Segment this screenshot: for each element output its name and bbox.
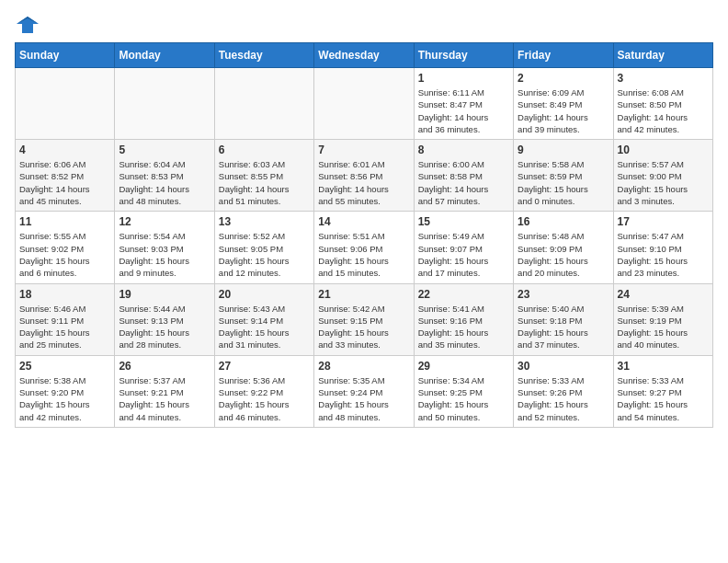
- calendar-cell: [16, 68, 115, 140]
- weekday-header-wednesday: Wednesday: [314, 43, 414, 68]
- day-info: Sunrise: 5:35 AMSunset: 9:24 PMDaylight:…: [318, 374, 409, 423]
- calendar-cell: 8Sunrise: 6:00 AMSunset: 8:58 PMDaylight…: [414, 140, 513, 212]
- logo-icon: [15, 15, 40, 35]
- day-info: Sunrise: 6:01 AMSunset: 8:56 PMDaylight:…: [318, 158, 409, 207]
- day-info: Sunrise: 5:40 AMSunset: 9:18 PMDaylight:…: [518, 303, 609, 351]
- calendar-cell: [115, 68, 214, 140]
- calendar-cell: 3Sunrise: 6:08 AMSunset: 8:50 PMDaylight…: [613, 68, 712, 140]
- weekday-header-sunday: Sunday: [16, 43, 115, 68]
- day-info: Sunrise: 5:44 AMSunset: 9:13 PMDaylight:…: [119, 303, 210, 351]
- weekday-header-friday: Friday: [514, 43, 613, 68]
- calendar-cell: 31Sunrise: 5:33 AMSunset: 9:27 PMDayligh…: [613, 355, 712, 427]
- day-number: 5: [119, 144, 210, 156]
- day-info: Sunrise: 5:42 AMSunset: 9:15 PMDaylight:…: [318, 303, 409, 351]
- day-info: Sunrise: 5:39 AMSunset: 9:19 PMDaylight:…: [618, 303, 709, 351]
- day-info: Sunrise: 5:55 AMSunset: 9:02 PMDaylight:…: [19, 230, 110, 279]
- day-info: Sunrise: 5:34 AMSunset: 9:25 PMDaylight:…: [418, 374, 509, 423]
- calendar-cell: 4Sunrise: 6:06 AMSunset: 8:52 PMDaylight…: [16, 140, 115, 212]
- calendar-cell: 22Sunrise: 5:41 AMSunset: 9:16 PMDayligh…: [414, 283, 513, 355]
- day-number: 24: [618, 288, 709, 301]
- day-number: 15: [418, 215, 509, 228]
- day-info: Sunrise: 5:41 AMSunset: 9:16 PMDaylight:…: [418, 303, 509, 351]
- calendar-cell: 11Sunrise: 5:55 AMSunset: 9:02 PMDayligh…: [16, 212, 115, 283]
- day-info: Sunrise: 6:06 AMSunset: 8:52 PMDaylight:…: [19, 158, 110, 207]
- day-info: Sunrise: 5:36 AMSunset: 9:22 PMDaylight:…: [219, 374, 310, 423]
- calendar-cell: 18Sunrise: 5:46 AMSunset: 9:11 PMDayligh…: [16, 283, 115, 355]
- day-number: 9: [518, 144, 609, 156]
- day-info: Sunrise: 5:33 AMSunset: 9:26 PMDaylight:…: [518, 374, 609, 423]
- calendar-cell: [214, 68, 313, 140]
- weekday-header-saturday: Saturday: [613, 43, 712, 68]
- day-number: 16: [518, 215, 609, 228]
- day-info: Sunrise: 6:04 AMSunset: 8:53 PMDaylight:…: [119, 158, 210, 207]
- day-info: Sunrise: 6:09 AMSunset: 8:49 PMDaylight:…: [518, 86, 609, 135]
- calendar-header: SundayMondayTuesdayWednesdayThursdayFrid…: [16, 43, 713, 68]
- calendar-cell: 30Sunrise: 5:33 AMSunset: 9:26 PMDayligh…: [514, 355, 613, 427]
- day-info: Sunrise: 5:38 AMSunset: 9:20 PMDaylight:…: [19, 374, 110, 423]
- logo: [15, 15, 44, 35]
- calendar-cell: 20Sunrise: 5:43 AMSunset: 9:14 PMDayligh…: [214, 283, 313, 355]
- day-number: 10: [618, 144, 709, 156]
- calendar-cell: 27Sunrise: 5:36 AMSunset: 9:22 PMDayligh…: [214, 355, 313, 427]
- calendar-cell: 14Sunrise: 5:51 AMSunset: 9:06 PMDayligh…: [314, 212, 414, 283]
- calendar-cell: 29Sunrise: 5:34 AMSunset: 9:25 PMDayligh…: [414, 355, 513, 427]
- day-number: 13: [219, 215, 310, 228]
- day-info: Sunrise: 5:54 AMSunset: 9:03 PMDaylight:…: [119, 230, 210, 279]
- day-info: Sunrise: 6:11 AMSunset: 8:47 PMDaylight:…: [418, 86, 509, 135]
- day-number: 21: [318, 288, 409, 301]
- day-number: 7: [318, 144, 409, 156]
- day-info: Sunrise: 5:51 AMSunset: 9:06 PMDaylight:…: [318, 230, 409, 279]
- day-info: Sunrise: 5:48 AMSunset: 9:09 PMDaylight:…: [518, 230, 609, 279]
- page-header: [15, 15, 713, 35]
- weekday-header-thursday: Thursday: [414, 43, 513, 68]
- calendar-week-row: 25Sunrise: 5:38 AMSunset: 9:20 PMDayligh…: [16, 355, 713, 427]
- calendar-cell: 17Sunrise: 5:47 AMSunset: 9:10 PMDayligh…: [613, 212, 712, 283]
- calendar-table: SundayMondayTuesdayWednesdayThursdayFrid…: [15, 42, 713, 428]
- day-number: 1: [418, 72, 509, 85]
- day-number: 20: [219, 288, 310, 301]
- day-info: Sunrise: 5:46 AMSunset: 9:11 PMDaylight:…: [19, 303, 110, 351]
- day-info: Sunrise: 5:58 AMSunset: 8:59 PMDaylight:…: [518, 158, 609, 207]
- calendar-cell: 24Sunrise: 5:39 AMSunset: 9:19 PMDayligh…: [613, 283, 712, 355]
- day-info: Sunrise: 5:57 AMSunset: 9:00 PMDaylight:…: [618, 158, 709, 207]
- calendar-cell: 5Sunrise: 6:04 AMSunset: 8:53 PMDaylight…: [115, 140, 214, 212]
- calendar-cell: 10Sunrise: 5:57 AMSunset: 9:00 PMDayligh…: [613, 140, 712, 212]
- calendar-cell: 28Sunrise: 5:35 AMSunset: 9:24 PMDayligh…: [314, 355, 414, 427]
- calendar-cell: 2Sunrise: 6:09 AMSunset: 8:49 PMDaylight…: [514, 68, 613, 140]
- day-info: Sunrise: 6:08 AMSunset: 8:50 PMDaylight:…: [618, 86, 709, 135]
- day-info: Sunrise: 5:49 AMSunset: 9:07 PMDaylight:…: [418, 230, 509, 279]
- calendar-cell: 21Sunrise: 5:42 AMSunset: 9:15 PMDayligh…: [314, 283, 414, 355]
- day-number: 14: [318, 215, 409, 228]
- calendar-cell: 16Sunrise: 5:48 AMSunset: 9:09 PMDayligh…: [514, 212, 613, 283]
- calendar-cell: 7Sunrise: 6:01 AMSunset: 8:56 PMDaylight…: [314, 140, 414, 212]
- calendar-cell: 26Sunrise: 5:37 AMSunset: 9:21 PMDayligh…: [115, 355, 214, 427]
- calendar-week-row: 4Sunrise: 6:06 AMSunset: 8:52 PMDaylight…: [16, 140, 713, 212]
- day-number: 19: [119, 288, 210, 301]
- day-number: 12: [119, 215, 210, 228]
- day-info: Sunrise: 5:43 AMSunset: 9:14 PMDaylight:…: [219, 303, 310, 351]
- day-number: 4: [19, 144, 110, 156]
- calendar-cell: 15Sunrise: 5:49 AMSunset: 9:07 PMDayligh…: [414, 212, 513, 283]
- calendar-week-row: 18Sunrise: 5:46 AMSunset: 9:11 PMDayligh…: [16, 283, 713, 355]
- day-number: 23: [518, 288, 609, 301]
- day-number: 25: [19, 360, 110, 373]
- day-number: 8: [418, 144, 509, 156]
- day-info: Sunrise: 5:47 AMSunset: 9:10 PMDaylight:…: [618, 230, 709, 279]
- day-info: Sunrise: 5:33 AMSunset: 9:27 PMDaylight:…: [618, 374, 709, 423]
- calendar-cell: 23Sunrise: 5:40 AMSunset: 9:18 PMDayligh…: [514, 283, 613, 355]
- day-number: 31: [618, 360, 709, 373]
- calendar-cell: 9Sunrise: 5:58 AMSunset: 8:59 PMDaylight…: [514, 140, 613, 212]
- day-number: 2: [518, 72, 609, 85]
- day-number: 29: [418, 360, 509, 373]
- day-number: 6: [219, 144, 310, 156]
- day-info: Sunrise: 5:52 AMSunset: 9:05 PMDaylight:…: [219, 230, 310, 279]
- calendar-week-row: 11Sunrise: 5:55 AMSunset: 9:02 PMDayligh…: [16, 212, 713, 283]
- calendar-cell: 12Sunrise: 5:54 AMSunset: 9:03 PMDayligh…: [115, 212, 214, 283]
- day-number: 17: [618, 215, 709, 228]
- weekday-header-monday: Monday: [115, 43, 214, 68]
- day-number: 22: [418, 288, 509, 301]
- calendar-week-row: 1Sunrise: 6:11 AMSunset: 8:47 PMDaylight…: [16, 68, 713, 140]
- calendar-cell: 25Sunrise: 5:38 AMSunset: 9:20 PMDayligh…: [16, 355, 115, 427]
- day-number: 18: [19, 288, 110, 301]
- calendar-cell: 1Sunrise: 6:11 AMSunset: 8:47 PMDaylight…: [414, 68, 513, 140]
